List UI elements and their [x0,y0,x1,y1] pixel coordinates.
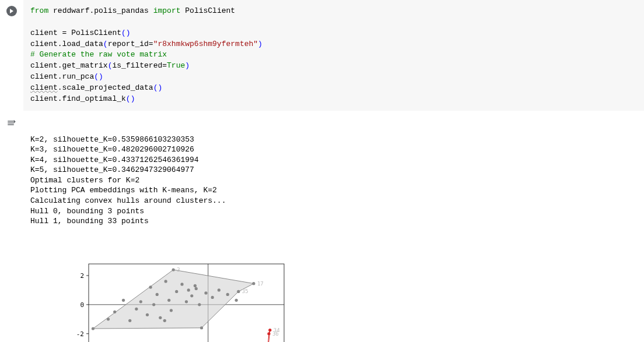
svg-point-40 [159,316,162,319]
svg-point-64 [163,319,166,322]
svg-text:2: 2 [80,272,85,280]
svg-point-25 [268,332,271,335]
run-cell-button[interactable] [6,6,17,16]
import-module: reddwarf.polis_pandas [53,6,149,15]
true-val: True [167,61,185,70]
output-collapse-button[interactable] [6,117,17,342]
svg-text:36: 36 [272,331,279,337]
svg-point-38 [152,303,155,306]
import-class: PolisClient [185,6,235,15]
svg-point-35 [139,301,142,304]
svg-point-34 [135,308,138,311]
svg-text:35: 35 [242,289,249,295]
svg-point-43 [170,309,173,312]
svg-point-23 [269,329,272,332]
load-arg-val: "r8xhmkwp6shm9yfermteh" [153,40,258,48]
output-area: K=2, silhouette_K=0.5359866103230353 K=3… [23,111,644,342]
play-icon [9,8,15,14]
comment: # Generate the raw vote matrix [30,50,167,59]
svg-point-39 [156,293,159,296]
svg-point-62 [235,299,238,302]
svg-text:0: 0 [80,301,85,309]
stdout-text: K=2, silhouette_K=0.5359866103230353 K=3… [30,135,637,227]
svg-text:-2: -2 [76,330,84,338]
svg-point-53 [200,326,203,329]
svg-text:3: 3 [177,267,180,273]
svg-point-49 [187,289,190,292]
svg-point-48 [185,301,188,304]
getmatrix-call: client.get_matrix [30,61,108,70]
client-underline: client [30,83,58,92]
load-call: client.load_data [30,40,103,48]
svg-point-51 [194,284,197,287]
svg-point-36 [146,313,149,316]
scatter-plot: 20-2-4-6420-23436033517 [66,260,290,342]
output-cell: K=2, silhouette_K=0.5359866103230353 K=3… [0,111,644,342]
kw-from: from [30,6,48,15]
svg-point-57 [226,293,229,296]
is-filtered-key: is_filtered= [112,61,167,70]
code-editor[interactable]: from reddwarf.polis_pandas import PolisC… [23,0,644,111]
plot-container: 20-2-4-6420-23436033517 [30,251,637,342]
var-client: client [30,29,58,37]
svg-point-44 [172,269,175,272]
svg-point-50 [191,295,194,298]
notebook: from reddwarf.polis_pandas import PolisC… [0,0,644,342]
svg-point-42 [168,299,171,302]
output-gutter [0,111,23,342]
svg-marker-22 [264,330,270,342]
findk-call: client.find_optimal_k [30,94,126,103]
svg-point-29 [92,327,94,330]
svg-point-63 [195,287,198,290]
svg-point-37 [149,286,152,289]
svg-point-32 [122,299,125,302]
assign-eq: = [58,29,71,37]
svg-text:17: 17 [257,281,264,287]
svg-point-46 [176,290,178,293]
svg-point-58 [237,290,240,293]
output-toggle-icon [6,118,17,128]
svg-point-52 [198,303,201,306]
scale-call: .scale_projected_data [58,83,153,92]
svg-marker-21 [93,270,254,329]
code-cell: from reddwarf.polis_pandas import PolisC… [0,0,644,111]
runpca-call: client.run_pca [30,72,94,81]
ctor-name: PolisClient [71,29,121,37]
svg-point-56 [218,289,220,292]
kw-import: import [153,6,181,15]
cell-gutter [0,0,23,111]
svg-point-31 [113,311,116,313]
svg-point-47 [181,283,184,286]
svg-point-33 [129,319,132,322]
svg-point-54 [205,292,208,295]
load-arg-key: report_id= [108,40,153,48]
svg-point-30 [107,318,110,320]
svg-point-41 [164,280,167,283]
svg-point-60 [253,282,256,285]
svg-point-55 [211,296,214,299]
